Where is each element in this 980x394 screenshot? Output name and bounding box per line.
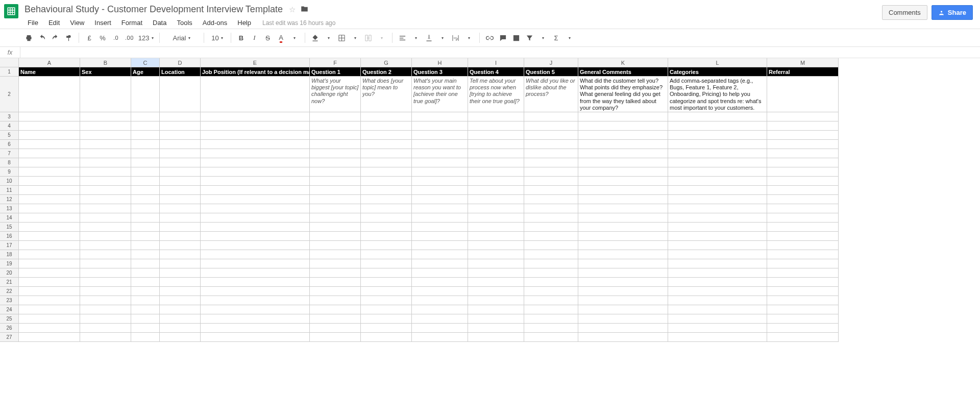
cell-B22[interactable]	[80, 287, 131, 296]
cell-A18[interactable]	[19, 250, 80, 259]
cell-F8[interactable]	[310, 158, 361, 167]
cell-M22[interactable]	[767, 287, 839, 296]
cell-H10[interactable]	[412, 177, 468, 186]
column-header-G[interactable]: G	[361, 58, 412, 67]
cell-K26[interactable]	[578, 324, 668, 333]
cell-K19[interactable]	[578, 259, 668, 268]
cell-J19[interactable]	[524, 259, 578, 268]
merge-dropdown-icon[interactable]: ▾	[376, 31, 388, 44]
cell-H17[interactable]	[412, 241, 468, 250]
cell-F13[interactable]	[310, 204, 361, 213]
functions-dropdown-icon[interactable]: ▾	[564, 31, 576, 44]
cell-G26[interactable]	[361, 324, 412, 333]
row-header-11[interactable]: 11	[0, 186, 19, 195]
row-header-26[interactable]: 26	[0, 324, 19, 333]
cell-E7[interactable]	[201, 149, 310, 158]
cell-M24[interactable]	[767, 305, 839, 314]
row-header-13[interactable]: 13	[0, 204, 19, 213]
document-title[interactable]: Behavioural Study - Customer Development…	[23, 3, 284, 16]
cell-M19[interactable]	[767, 259, 839, 268]
column-header-E[interactable]: E	[201, 58, 310, 67]
menu-edit[interactable]: Edit	[44, 17, 64, 29]
cell-K5[interactable]	[578, 131, 668, 140]
cell-J5[interactable]	[524, 131, 578, 140]
row-header-20[interactable]: 20	[0, 268, 19, 278]
cell-L18[interactable]	[668, 250, 767, 259]
cell-M2[interactable]	[767, 77, 839, 112]
cell-I20[interactable]	[468, 268, 524, 278]
cell-M8[interactable]	[767, 158, 839, 167]
cell-D17[interactable]	[160, 241, 201, 250]
cell-H27[interactable]	[412, 333, 468, 342]
increase-decimal-button[interactable]: .00	[123, 31, 136, 44]
redo-icon[interactable]	[49, 31, 61, 44]
cell-L17[interactable]	[668, 241, 767, 250]
cell-K27[interactable]	[578, 333, 668, 342]
cell-E19[interactable]	[201, 259, 310, 268]
format-currency-button[interactable]: £	[83, 31, 95, 44]
cell-I14[interactable]	[468, 213, 524, 223]
cell-B5[interactable]	[80, 131, 131, 140]
cell-C12[interactable]	[131, 195, 160, 204]
print-icon[interactable]	[22, 31, 35, 44]
cell-C20[interactable]	[131, 268, 160, 278]
cell-L25[interactable]	[668, 314, 767, 324]
cell-C27[interactable]	[131, 333, 160, 342]
cell-A19[interactable]	[19, 259, 80, 268]
cell-L10[interactable]	[668, 177, 767, 186]
italic-button[interactable]: I	[249, 31, 261, 44]
menu-view[interactable]: View	[66, 17, 88, 29]
menu-format[interactable]: Format	[117, 17, 146, 29]
cell-A15[interactable]	[19, 223, 80, 232]
row-header-9[interactable]: 9	[0, 167, 19, 177]
cell-I27[interactable]	[468, 333, 524, 342]
column-header-F[interactable]: F	[310, 58, 361, 67]
cell-D18[interactable]	[160, 250, 201, 259]
share-button[interactable]: Share	[932, 5, 973, 20]
vertical-align-button[interactable]	[423, 31, 435, 44]
cell-A1[interactable]: Name	[19, 67, 80, 77]
cell-F16[interactable]	[310, 232, 361, 241]
cell-B1[interactable]: Sex	[80, 67, 131, 77]
cell-F5[interactable]	[310, 131, 361, 140]
cell-M23[interactable]	[767, 296, 839, 305]
cell-J26[interactable]	[524, 324, 578, 333]
cell-I9[interactable]	[468, 167, 524, 177]
cell-C22[interactable]	[131, 287, 160, 296]
cell-B14[interactable]	[80, 213, 131, 223]
cell-D19[interactable]	[160, 259, 201, 268]
cell-C9[interactable]	[131, 167, 160, 177]
cell-I4[interactable]	[468, 121, 524, 131]
cell-H12[interactable]	[412, 195, 468, 204]
cell-H13[interactable]	[412, 204, 468, 213]
cell-D11[interactable]	[160, 186, 201, 195]
cell-C7[interactable]	[131, 149, 160, 158]
cell-G3[interactable]	[361, 112, 412, 121]
cell-L9[interactable]	[668, 167, 767, 177]
cell-M26[interactable]	[767, 324, 839, 333]
cell-G22[interactable]	[361, 287, 412, 296]
cell-C26[interactable]	[131, 324, 160, 333]
cell-F14[interactable]	[310, 213, 361, 223]
cell-E16[interactable]	[201, 232, 310, 241]
cell-F26[interactable]	[310, 324, 361, 333]
cell-K10[interactable]	[578, 177, 668, 186]
cell-I25[interactable]	[468, 314, 524, 324]
cell-E12[interactable]	[201, 195, 310, 204]
wrap-dropdown-icon[interactable]: ▾	[463, 31, 475, 44]
row-header-10[interactable]: 10	[0, 177, 19, 186]
row-header-19[interactable]: 19	[0, 259, 19, 268]
row-header-25[interactable]: 25	[0, 314, 19, 324]
row-header-23[interactable]: 23	[0, 296, 19, 305]
functions-icon[interactable]: Σ	[550, 31, 562, 44]
cell-C14[interactable]	[131, 213, 160, 223]
cell-D22[interactable]	[160, 287, 201, 296]
cell-B20[interactable]	[80, 268, 131, 278]
cell-J2[interactable]: What did you like or dislike about the p…	[524, 77, 578, 112]
column-header-A[interactable]: A	[19, 58, 80, 67]
cell-K21[interactable]	[578, 278, 668, 287]
column-header-L[interactable]: L	[668, 58, 767, 67]
cell-G4[interactable]	[361, 121, 412, 131]
cell-J15[interactable]	[524, 223, 578, 232]
cell-J7[interactable]	[524, 149, 578, 158]
